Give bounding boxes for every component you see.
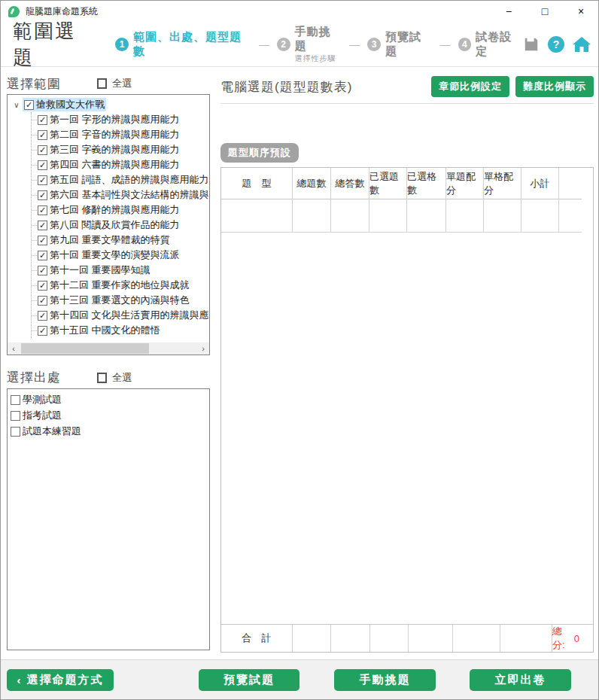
table-cell — [407, 199, 446, 233]
help-icon[interactable]: ? — [548, 36, 564, 53]
tree-item-checkbox[interactable]: ✓ — [38, 175, 47, 185]
tree-item-checkbox[interactable]: ✓ — [38, 236, 47, 245]
range-select-all[interactable]: 全選 — [97, 77, 132, 90]
source-select-all-checkbox[interactable] — [97, 373, 107, 383]
preview-questions-button[interactable]: 預覽試題 — [199, 669, 300, 691]
range-section-title: 選擇範圍 — [7, 75, 61, 93]
tree-item[interactable]: ✓第四回 六書的辨識與應用能力 — [32, 157, 209, 172]
wizard-step-3[interactable]: 3預覽試題 — [367, 30, 432, 59]
save-icon[interactable] — [523, 36, 540, 53]
wizard-step-1[interactable]: 1範圍、出處、題型題數 — [115, 30, 251, 59]
source-item-label: 學測試題 — [23, 393, 62, 406]
tree-item[interactable]: ✓第九回 重要文學體裁的特質 — [32, 233, 209, 248]
table-cell — [559, 199, 582, 233]
step-number: 1 — [115, 38, 129, 51]
app-title: 龍騰題庫命題系統 — [26, 5, 98, 18]
source-item-checkbox[interactable] — [11, 411, 20, 421]
tree-item[interactable]: ✓第三回 字義的辨識與應用能力 — [32, 142, 209, 157]
tree-item-label: 第八回 閱讀及欣賞作品的能力 — [50, 218, 180, 232]
chevron-down-icon[interactable]: ∨ — [11, 101, 23, 109]
step-label: 試卷設定 — [476, 30, 523, 59]
source-item-checkbox[interactable] — [11, 427, 20, 437]
tree-children: ✓第一回 字形的辨識與應用能力✓第二回 字音的辨識與應用能力✓第三回 字義的辨識… — [31, 112, 209, 338]
total-score-label: 總分: — [552, 625, 572, 652]
total-cell — [370, 625, 409, 652]
tree-item-checkbox[interactable]: ✓ — [38, 296, 47, 306]
close-button[interactable]: × — [574, 6, 588, 17]
tree-item[interactable]: ✓第十五回 中國文化的體悟 — [32, 323, 209, 338]
tree-horizontal-scrollbar[interactable]: ‹ › — [8, 342, 209, 355]
tree-item[interactable]: ✓第十四回 文化與生活實用的辨識與應 — [32, 308, 209, 323]
scrollbar-track[interactable] — [20, 342, 197, 355]
panel-divider — [220, 103, 594, 104]
panel-title: 電腦選題(題型題數表) — [220, 78, 352, 96]
table-header-cell: 單格配分 — [484, 168, 521, 199]
question-type-table: 題 型總題數總答數已選題數已選格數單題配分單格配分小計 合 計 總分: 0 — [220, 167, 594, 653]
source-item[interactable]: 學測試題 — [11, 392, 206, 408]
step-sublabel: 選擇性步驟 — [295, 53, 342, 64]
tree-item-checkbox[interactable]: ✓ — [38, 221, 47, 230]
tree-item-label: 第十四回 文化與生活實用的辨識與應 — [50, 309, 209, 322]
tree-item-checkbox[interactable]: ✓ — [38, 160, 47, 170]
difficulty-ratio-button[interactable]: 難度比例顯示 — [515, 76, 594, 97]
tree-item-checkbox[interactable]: ✓ — [38, 266, 47, 275]
table-total-row: 合 計 總分: 0 — [221, 624, 593, 652]
computer-selection-panel: 電腦選題(題型題數表) 章節比例設定 難度比例顯示 題型順序預設 題 型總題數總… — [213, 67, 598, 659]
tree-item-label: 第五回 詞語、成語的辨識與應用能力 — [50, 173, 209, 187]
tree-item-checkbox[interactable]: ✓ — [38, 145, 47, 155]
tree-item[interactable]: ✓第五回 詞語、成語的辨識與應用能力 — [32, 172, 209, 187]
total-score-value: 0 — [574, 633, 579, 644]
tree-item-label: 第十二回 重要作家的地位與成就 — [50, 278, 190, 292]
wizard-step-2[interactable]: 2手動挑題選擇性步驟 — [277, 25, 342, 64]
tree-item-label: 第六回 基本詞性與文法結構的辨識與 — [50, 188, 209, 202]
range-select-all-checkbox[interactable] — [97, 78, 107, 89]
tree-item-checkbox[interactable]: ✓ — [38, 130, 47, 140]
home-icon[interactable] — [573, 36, 591, 53]
tree-item-label: 第二回 字音的辨識與應用能力 — [50, 128, 180, 142]
tree-item-checkbox[interactable]: ✓ — [38, 190, 47, 200]
tree-item-checkbox[interactable]: ✓ — [38, 311, 47, 321]
choose-method-back-button[interactable]: ‹ 選擇命題方式 — [7, 669, 114, 691]
generate-paper-button[interactable]: 立即出卷 — [470, 669, 571, 691]
tree-root-checkbox[interactable]: ✓ — [24, 100, 34, 110]
table-cell — [446, 199, 484, 233]
tree-item[interactable]: ✓第一回 字形的辨識與應用能力 — [32, 112, 209, 127]
source-section-title: 選擇出處 — [7, 369, 61, 386]
manual-pick-button[interactable]: 手動挑題 — [334, 669, 436, 691]
tree-item[interactable]: ✓第六回 基本詞性與文法結構的辨識與 — [32, 187, 209, 202]
chapter-ratio-button[interactable]: 章節比例設定 — [431, 76, 509, 97]
tree-item[interactable]: ✓第十三回 重要選文的內涵與特色 — [32, 293, 209, 308]
scroll-left-icon[interactable]: ‹ — [8, 342, 20, 355]
tree-item[interactable]: ✓第二回 字音的辨識與應用能力 — [32, 127, 209, 142]
range-select-all-label: 全選 — [112, 77, 132, 90]
tree-item[interactable]: ✓第十回 重要文學的演變與流派 — [32, 248, 209, 263]
question-order-pill[interactable]: 題型順序預設 — [220, 143, 299, 163]
tree-item[interactable]: ✓第十二回 重要作家的地位與成就 — [32, 278, 209, 293]
scroll-right-icon[interactable]: › — [197, 342, 209, 355]
step-text: 手動挑題選擇性步驟 — [295, 25, 342, 64]
tree-item-checkbox[interactable]: ✓ — [38, 205, 47, 215]
table-header-cell: 已選題數 — [369, 168, 407, 199]
tree-item-label: 第十一回 重要國學知識 — [50, 263, 151, 277]
tree-item-checkbox[interactable]: ✓ — [38, 251, 47, 260]
source-item[interactable]: 指考試題 — [11, 408, 206, 424]
step-number: 4 — [458, 38, 472, 51]
source-item[interactable]: 試題本練習題 — [11, 424, 206, 440]
source-item-checkbox[interactable] — [11, 395, 20, 405]
tree-item[interactable]: ✓第十一回 重要國學知識 — [32, 263, 209, 278]
tree-item-checkbox[interactable]: ✓ — [38, 281, 47, 291]
tree-root-item[interactable]: ∨✓搶救國文大作戰 — [11, 97, 209, 112]
wizard-step-4[interactable]: 4試卷設定 — [458, 30, 523, 59]
step-number: 2 — [277, 38, 290, 51]
table-header-cell: 小計 — [521, 168, 559, 199]
scrollbar-thumb[interactable] — [21, 343, 149, 354]
tree-item-checkbox[interactable]: ✓ — [38, 115, 47, 125]
maximize-button[interactable]: □ — [538, 6, 552, 17]
table-header-cell: 已選格數 — [407, 168, 446, 199]
source-select-all[interactable]: 全選 — [97, 371, 132, 385]
minimize-button[interactable]: − — [502, 6, 515, 17]
tree-item-label: 第九回 重要文學體裁的特質 — [50, 233, 170, 247]
tree-item[interactable]: ✓第八回 閱讀及欣賞作品的能力 — [32, 218, 209, 233]
tree-item[interactable]: ✓第七回 修辭的辨識與應用能力 — [32, 202, 209, 218]
tree-item-checkbox[interactable]: ✓ — [38, 326, 47, 336]
